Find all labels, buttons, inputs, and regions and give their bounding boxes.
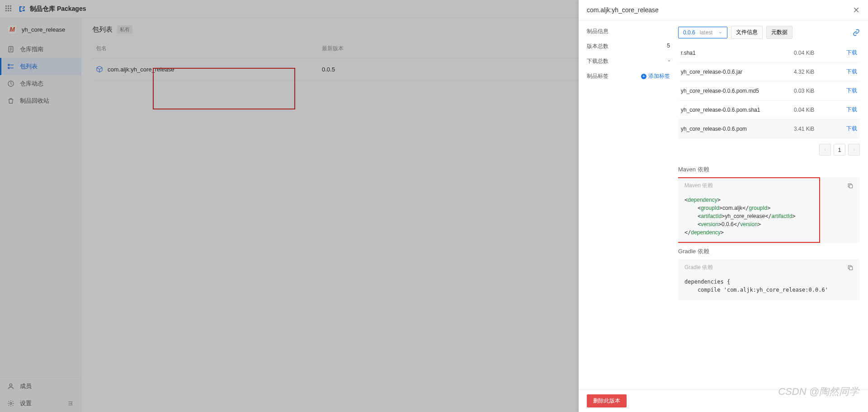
info-column: 制品信息 版本总数5 下载总数- 制品标签 +添加标签 xyxy=(579,20,678,389)
detail-column: 0.0.6 latest 文件信息 元数据 r.sha10.04 KiB下载yh… xyxy=(678,20,868,389)
pagination: 1 xyxy=(678,138,860,161)
add-tag-button[interactable]: +添加标签 xyxy=(641,72,670,80)
file-row[interactable]: yh_core_release-0.0.6.pom3.41 KiB下载 xyxy=(678,119,860,138)
version-count: 5 xyxy=(667,43,670,50)
file-name: yh_core_release-0.0.6.jar xyxy=(681,69,794,75)
file-size: 3.41 KiB xyxy=(794,126,835,132)
delete-version-button[interactable]: 删除此版本 xyxy=(587,394,627,407)
download-count: - xyxy=(668,57,670,65)
chevron-down-icon xyxy=(718,30,722,35)
close-icon[interactable] xyxy=(853,6,860,14)
maven-code[interactable]: <dependency> <groupId>com.aljk</groupId>… xyxy=(678,194,860,243)
detail-panel: com.aljk:yh_core_release 制品信息 版本总数5 下载总数… xyxy=(579,0,868,412)
copy-icon[interactable] xyxy=(847,183,854,189)
file-name: yh_core_release-0.0.6.pom.sha1 xyxy=(681,107,794,113)
maven-code-box: Maven 依赖 <dependency> <groupId>com.aljk<… xyxy=(678,177,860,243)
maven-section-title: Maven 依赖 xyxy=(678,166,860,174)
download-link[interactable]: 下载 xyxy=(846,125,857,132)
download-link[interactable]: 下载 xyxy=(846,49,857,56)
gradle-section-title: Gradle 依赖 xyxy=(678,247,860,256)
page-prev[interactable] xyxy=(819,144,831,156)
download-link[interactable]: 下载 xyxy=(846,87,857,94)
code-head-label: Maven 依赖 xyxy=(684,182,713,189)
copy-icon[interactable] xyxy=(847,265,854,271)
download-link[interactable]: 下载 xyxy=(846,68,857,75)
file-name: yh_core_release-0.0.6.pom.md5 xyxy=(681,88,794,94)
file-size: 4.32 KiB xyxy=(794,69,835,75)
file-row[interactable]: yh_core_release-0.0.6.pom.md50.03 KiB下载 xyxy=(678,81,860,100)
info-label: 制品标签 xyxy=(587,72,609,80)
file-size: 0.03 KiB xyxy=(794,88,835,94)
code-head-label: Gradle 依赖 xyxy=(684,264,713,271)
file-list: r.sha10.04 KiB下载yh_core_release-0.0.6.ja… xyxy=(678,43,860,138)
info-label: 下载总数 xyxy=(587,57,609,65)
tab-metadata[interactable]: 元数据 xyxy=(766,26,793,39)
file-row[interactable]: yh_core_release-0.0.6.jar4.32 KiB下载 xyxy=(678,62,860,81)
panel-title: com.aljk:yh_core_release xyxy=(587,6,659,14)
info-label: 版本总数 xyxy=(587,43,609,50)
svg-rect-7 xyxy=(849,266,853,270)
file-name: yh_core_release-0.0.6.pom xyxy=(681,126,794,132)
file-size: 0.04 KiB xyxy=(794,50,835,56)
gradle-code-box: Gradle 依赖 dependencies { compile 'com.al… xyxy=(678,259,860,300)
version-select[interactable]: 0.0.6 latest xyxy=(678,27,727,38)
link-icon[interactable] xyxy=(853,29,860,36)
file-row[interactable]: yh_core_release-0.0.6.pom.sha10.04 KiB下载 xyxy=(678,100,860,119)
file-name: r.sha1 xyxy=(681,50,794,56)
gradle-code[interactable]: dependencies { compile 'com.aljk:yh_core… xyxy=(678,276,860,300)
download-link[interactable]: 下载 xyxy=(846,106,857,113)
info-label: 制品信息 xyxy=(587,28,609,35)
page-next[interactable] xyxy=(848,144,860,156)
file-size: 0.04 KiB xyxy=(794,107,835,113)
svg-rect-6 xyxy=(849,185,853,188)
file-row[interactable]: r.sha10.04 KiB下载 xyxy=(678,43,860,62)
tab-file-info[interactable]: 文件信息 xyxy=(731,26,763,39)
page-number[interactable]: 1 xyxy=(834,144,845,156)
plus-icon: + xyxy=(641,74,646,79)
